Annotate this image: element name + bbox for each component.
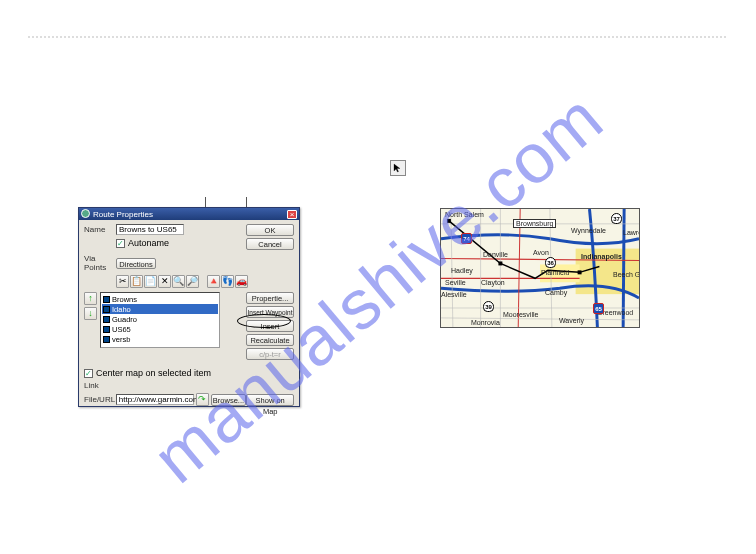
svg-rect-2 (447, 219, 451, 223)
properties-button[interactable]: Propertie... (246, 292, 294, 304)
map-label: Wynnedale (571, 227, 606, 234)
fileurl-input[interactable]: http://www.garmin.com (116, 394, 194, 405)
list-item: Browns (102, 294, 218, 304)
map-label: Alesville (441, 291, 467, 298)
map-label: Seville (445, 279, 466, 286)
tool-delete[interactable]: ✕ (158, 275, 171, 288)
tool-pedestrian[interactable]: 👣 (221, 275, 234, 288)
flag-icon (103, 306, 110, 313)
map-label: Danville (483, 251, 508, 258)
shield-state: 39 (483, 301, 494, 312)
tool-flag[interactable]: 🔺 (207, 275, 220, 288)
fileurl-label: File/URL (84, 395, 116, 404)
route-properties-dialog: Route Properties × Name Browns to US65 O… (78, 207, 300, 407)
tool-cut[interactable]: ✂ (116, 275, 129, 288)
flag-icon (103, 336, 110, 343)
map-label: Monrovia (471, 319, 500, 326)
list-item: versb (102, 334, 218, 344)
name-input[interactable]: Browns to US65 (116, 224, 184, 235)
autoname-checkbox[interactable]: ✓ (116, 239, 125, 248)
via-points-list[interactable]: Browns Idaho Guadro US65 versb (100, 292, 220, 348)
toolbar: ✂ 📋 📄 ✕ 🔍 🔎 🔺 👣 🚗 (116, 275, 294, 288)
page-rule (28, 36, 728, 38)
shield-us: 37 (611, 213, 622, 224)
app-icon (81, 209, 90, 218)
tool-paste[interactable]: 📄 (144, 275, 157, 288)
tool-auto[interactable]: 🚗 (235, 275, 248, 288)
go-url-button[interactable]: ↷ (196, 393, 209, 406)
tool-find[interactable]: 🔍 (172, 275, 185, 288)
insert-button[interactable]: Insert (246, 320, 294, 332)
list-item: Guadro (102, 314, 218, 324)
center-map-label: Center map on selected item (96, 368, 211, 378)
map-label: Clayton (481, 279, 505, 286)
shield-us: 36 (545, 257, 556, 268)
map-label: Waverly (559, 317, 584, 324)
flag-icon (103, 316, 110, 323)
link-label: Link (84, 381, 104, 390)
recalculate-button[interactable]: Recalculate (246, 334, 294, 346)
cursor-icon-box (390, 160, 406, 176)
show-on-map-button[interactable]: Show on Map (246, 394, 294, 406)
map-label: Plainfield (541, 269, 569, 276)
dialog-title: Route Properties (93, 210, 153, 219)
map-view[interactable]: North Salem Brownsburg Wynnedale Lawre D… (440, 208, 640, 328)
svg-rect-4 (578, 270, 582, 274)
list-item: US65 (102, 324, 218, 334)
name-label: Name (84, 225, 116, 234)
center-map-checkbox[interactable]: ✓ (84, 369, 93, 378)
move-up-button[interactable]: ↑ (84, 292, 97, 305)
copy-button[interactable]: c/p-t=r (246, 348, 294, 360)
tool-copy[interactable]: 📋 (130, 275, 143, 288)
autoname-label: Autoname (128, 238, 169, 248)
map-label: Hadley (451, 267, 473, 274)
via-points-label: Via Points (84, 254, 116, 272)
tool-findnext[interactable]: 🔎 (186, 275, 199, 288)
cursor-icon (393, 163, 403, 173)
map-label: Camby (545, 289, 567, 296)
map-label: Brownsburg (513, 219, 556, 228)
map-label: Beech Gr (613, 271, 640, 278)
svg-rect-3 (498, 261, 502, 265)
map-label: North Salem (445, 211, 484, 218)
browse-button[interactable]: Browse... (211, 394, 247, 406)
ok-button[interactable]: OK (246, 224, 294, 236)
list-item: Idaho (102, 304, 218, 314)
shield-interstate: 74 (461, 233, 472, 244)
tab-directions[interactable]: Directions (116, 258, 156, 269)
titlebar: Route Properties × (79, 208, 299, 220)
map-label: Mooresville (503, 311, 538, 318)
map-label: Avon (533, 249, 549, 256)
flag-icon (103, 296, 110, 303)
insert-waypoint-button[interactable]: Insert Waypoint (246, 306, 294, 318)
flag-icon (103, 326, 110, 333)
close-button[interactable]: × (287, 210, 297, 219)
map-label: Lawre (623, 229, 640, 236)
shield-interstate: 65 (593, 303, 604, 314)
map-label: Indianapolis (581, 253, 622, 260)
move-down-button[interactable]: ↓ (84, 307, 97, 320)
